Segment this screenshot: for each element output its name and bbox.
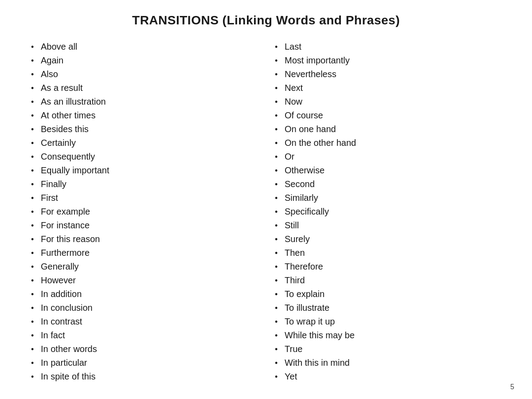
bullet-icon: • (31, 96, 41, 109)
list-item: •For example (31, 205, 266, 219)
bullet-icon: • (31, 206, 41, 219)
list-item: •In addition (31, 287, 266, 301)
left-column: •Above all•Again•Also•As a result•As an … (22, 40, 266, 383)
list-item: •Or (275, 150, 510, 164)
list-item: •Third (275, 274, 510, 287)
list-item-text: Next (285, 81, 303, 95)
list-item: •Next (275, 81, 510, 95)
list-item-text: Still (285, 219, 299, 232)
list-item: •In other words (31, 342, 266, 356)
bullet-icon: • (275, 261, 285, 274)
list-item: •Similarly (275, 191, 510, 205)
list-item-text: Of course (285, 109, 323, 122)
list-item-text: First (41, 191, 58, 205)
list-item: •Most importantly (275, 54, 510, 67)
bullet-icon: • (31, 151, 41, 164)
bullet-icon: • (275, 206, 285, 219)
list-item-text: In addition (41, 287, 82, 301)
list-item-text: True (285, 342, 302, 356)
list-item-text: To explain (285, 287, 325, 301)
list-item: •Above all (31, 40, 266, 54)
bullet-icon: • (275, 247, 285, 260)
list-item-text: Therefore (285, 260, 323, 274)
bullet-icon: • (275, 179, 285, 191)
list-item-text: With this in mind (285, 356, 350, 370)
list-item-text: Certainly (41, 136, 76, 150)
page-number: 5 (510, 383, 514, 391)
bullet-icon: • (275, 357, 285, 370)
list-item: •At other times (31, 109, 266, 122)
list-item-text: Now (285, 95, 302, 109)
bullet-icon: • (31, 179, 41, 191)
bullet-icon: • (275, 41, 285, 54)
bullet-icon: • (31, 110, 41, 122)
list-item-text: Besides this (41, 122, 89, 136)
list-item: •To explain (275, 287, 510, 301)
list-item: •Nevertheless (275, 67, 510, 81)
list-item: •Then (275, 246, 510, 260)
list-item-text: However (41, 274, 76, 287)
list-item: •As an illustration (31, 95, 266, 109)
columns-container: •Above all•Again•Also•As a result•As an … (22, 40, 510, 383)
bullet-icon: • (31, 302, 41, 315)
list-item: •Last (275, 40, 510, 54)
bullet-icon: • (275, 55, 285, 67)
list-item-text: While this may be (285, 329, 355, 342)
list-item-text: In particular (41, 356, 87, 370)
bullet-icon: • (31, 124, 41, 136)
left-list: •Above all•Again•Also•As a result•As an … (31, 40, 266, 383)
page: TRANSITIONS (Linking Words and Phrases) … (0, 0, 532, 399)
bullet-icon: • (31, 275, 41, 287)
list-item: •Otherwise (275, 164, 510, 177)
bullet-icon: • (275, 151, 285, 164)
bullet-icon: • (275, 234, 285, 246)
bullet-icon: • (31, 357, 41, 370)
list-item: •Now (275, 95, 510, 109)
list-item: •For instance (31, 219, 266, 232)
bullet-icon: • (275, 330, 285, 342)
list-item: •Therefore (275, 260, 510, 274)
bullet-icon: • (275, 275, 285, 287)
bullet-icon: • (31, 192, 41, 205)
bullet-icon: • (275, 344, 285, 356)
list-item: •Furthermore (31, 246, 266, 260)
list-item-text: Similarly (285, 191, 318, 205)
list-item: •True (275, 342, 510, 356)
list-item: •Specifically (275, 205, 510, 219)
bullet-icon: • (31, 41, 41, 54)
list-item: •Besides this (31, 122, 266, 136)
list-item: •Also (31, 67, 266, 81)
bullet-icon: • (31, 371, 41, 383)
bullet-icon: • (275, 371, 285, 383)
list-item-text: To illustrate (285, 301, 329, 315)
list-item: •While this may be (275, 329, 510, 342)
list-item-text: Then (285, 246, 305, 260)
bullet-icon: • (275, 110, 285, 122)
list-item-text: Furthermore (41, 246, 90, 260)
list-item-text: Also (41, 67, 58, 81)
list-item-text: For example (41, 205, 90, 219)
list-item: •Second (275, 177, 510, 191)
list-item-text: Generally (41, 260, 79, 274)
list-item-text: Nevertheless (285, 67, 336, 81)
list-item-text: In conclusion (41, 301, 93, 315)
list-item: •To illustrate (275, 301, 510, 315)
list-item-text: As a result (41, 81, 82, 95)
bullet-icon: • (275, 69, 285, 81)
list-item-text: Second (285, 177, 315, 191)
right-list: •Last•Most importantly•Nevertheless•Next… (275, 40, 510, 383)
list-item: •Consequently (31, 150, 266, 164)
list-item-text: Again (41, 54, 63, 67)
list-item: •Yet (275, 370, 510, 383)
bullet-icon: • (31, 289, 41, 301)
list-item-text: Finally (41, 177, 66, 191)
bullet-icon: • (275, 192, 285, 205)
bullet-icon: • (275, 137, 285, 150)
list-item-text: Specifically (285, 205, 329, 219)
list-item-text: As an illustration (41, 95, 106, 109)
list-item-text: Consequently (41, 150, 95, 164)
list-item-text: Equally important (41, 164, 110, 177)
bullet-icon: • (31, 220, 41, 232)
list-item: •In fact (31, 329, 266, 342)
list-item-text: Otherwise (285, 164, 325, 177)
